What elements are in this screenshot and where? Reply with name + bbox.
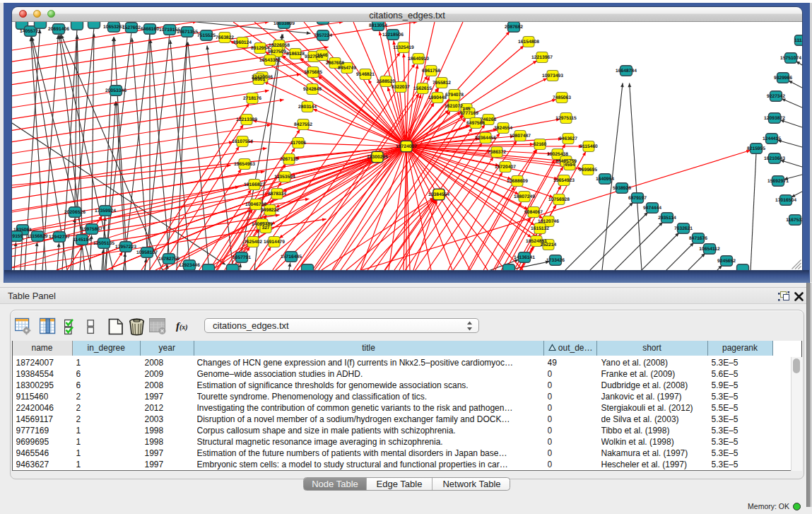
svg-text:11353594: 11353594: [274, 175, 295, 180]
svg-text:9463627: 9463627: [559, 136, 577, 141]
svg-text:18807249: 18807249: [514, 194, 535, 199]
svg-text:15751074: 15751074: [780, 56, 801, 61]
svg-text:16914479: 16914479: [264, 240, 285, 245]
svg-text:19975867: 19975867: [81, 227, 102, 232]
svg-text:12975115: 12975115: [555, 116, 577, 121]
svg-text:1527602: 1527602: [122, 25, 141, 30]
svg-text:6497568: 6497568: [466, 121, 485, 126]
svg-text:2803144: 2803144: [298, 105, 317, 110]
svg-text:9146821: 9146821: [356, 72, 375, 77]
svg-text:10807487: 10807487: [510, 134, 531, 139]
svg-text:1546: 1546: [317, 53, 328, 58]
svg-text:10958107: 10958107: [136, 250, 158, 255]
svg-text:327: 327: [261, 226, 269, 230]
svg-text:2718176: 2718176: [243, 96, 261, 101]
svg-text:8427552: 8427552: [294, 122, 312, 127]
svg-text:20691406: 20691406: [48, 27, 69, 32]
svg-text:18300295: 18300295: [367, 155, 388, 160]
svg-text:9084067: 9084067: [524, 210, 543, 215]
svg-text:8912954: 8912954: [251, 46, 269, 51]
svg-text:7485063: 7485063: [553, 95, 571, 100]
svg-text:12505135: 12505135: [93, 241, 114, 246]
svg-text:39159: 39159: [12, 234, 23, 239]
svg-text:1167533: 1167533: [786, 218, 802, 223]
svg-text:3824554: 3824554: [494, 126, 512, 131]
svg-text:7663822: 7663822: [216, 35, 234, 40]
svg-text:7857224: 7857224: [314, 33, 332, 38]
svg-text:9227342: 9227342: [767, 94, 785, 99]
svg-text:12942737: 12942737: [49, 235, 70, 240]
svg-text:11156829: 11156829: [27, 234, 47, 239]
svg-text:1640954: 1640954: [596, 177, 614, 182]
svg-text:1733426: 1733426: [546, 258, 565, 263]
svg-text:7955812: 7955812: [433, 81, 451, 86]
svg-text:4594: 4594: [565, 163, 575, 168]
svg-text:8215955: 8215955: [747, 146, 765, 151]
svg-text:8186328: 8186328: [286, 52, 305, 57]
svg-text:12923446: 12923446: [179, 263, 200, 268]
svg-text:17016504: 17016504: [775, 198, 796, 203]
svg-text:17957223: 17957223: [115, 245, 136, 250]
svg-text:9474444: 9474444: [643, 206, 661, 211]
svg-text:8878334: 8878334: [268, 192, 286, 197]
svg-text:2867608: 2867608: [326, 61, 344, 66]
svg-text:16154808: 16154808: [518, 40, 539, 45]
svg-text:2588520: 2588520: [377, 79, 395, 84]
svg-text:9115460: 9115460: [579, 144, 598, 149]
svg-text:11125: 11125: [794, 38, 802, 43]
svg-text:1835061: 1835061: [13, 228, 32, 233]
svg-text:1145194: 1145194: [73, 238, 91, 243]
svg-text:16671355: 16671355: [177, 30, 198, 35]
svg-text:16033809: 16033809: [273, 22, 295, 26]
svg-text:16782759: 16782759: [158, 257, 180, 262]
svg-text:2935114: 2935114: [658, 216, 676, 221]
svg-text:10973493: 10973493: [542, 74, 563, 78]
svg-text:7515525: 7515525: [197, 33, 216, 38]
svg-text:9329966: 9329966: [774, 76, 792, 81]
svg-text:16543362: 16543362: [259, 58, 281, 63]
svg-text:14136141: 14136141: [514, 255, 535, 260]
svg-text:20206526: 20206526: [64, 210, 86, 215]
svg-text:20053346: 20053346: [105, 88, 126, 93]
svg-text:15692971: 15692971: [767, 179, 789, 184]
svg-text:2087682: 2087682: [505, 25, 523, 30]
svg-text:19384554: 19384554: [428, 192, 449, 197]
svg-text:8960124: 8960124: [233, 40, 252, 45]
svg-text:18226058: 18226058: [269, 43, 290, 48]
svg-text:6961758: 6961758: [422, 69, 440, 74]
svg-text:16210643: 16210643: [764, 156, 785, 161]
svg-text:12218506: 12218506: [382, 33, 404, 37]
svg-text:16648784: 16648784: [616, 69, 637, 74]
svg-text:62160: 62160: [534, 142, 547, 147]
svg-text:18640910: 18640910: [408, 57, 429, 62]
svg-text:1615132: 1615132: [531, 226, 549, 231]
svg-text:1621072: 1621072: [445, 104, 463, 109]
svg-text:7625402: 7625402: [244, 240, 262, 245]
svg-text:6879197: 6879197: [628, 196, 647, 201]
svg-text:10046736: 10046736: [245, 202, 266, 207]
svg-text:117006: 117006: [290, 141, 306, 146]
svg-text:10120746: 10120746: [538, 219, 559, 224]
svg-text:10756928: 10756928: [548, 197, 570, 202]
svg-text:14055721: 14055721: [20, 29, 41, 34]
svg-text:7386372: 7386372: [488, 150, 506, 155]
svg-text:10653267: 10653267: [103, 25, 124, 30]
svg-text:6794078: 6794078: [445, 93, 464, 98]
svg-text:19654923: 19654923: [553, 178, 575, 183]
svg-text:19654963: 19654963: [234, 162, 255, 167]
svg-text:9777169: 9777169: [460, 111, 478, 116]
svg-text:8454749: 8454749: [338, 66, 356, 71]
svg-text:3267110: 3267110: [280, 157, 298, 162]
svg-text:9827509: 9827509: [268, 49, 286, 54]
svg-text:10654112: 10654112: [699, 247, 720, 252]
svg-text:9245652: 9245652: [717, 259, 736, 264]
svg-text:1562615: 1562615: [413, 86, 432, 91]
svg-text:9699695: 9699695: [579, 168, 597, 173]
svg-text:1244415: 1244415: [763, 136, 781, 141]
svg-text:98901: 98901: [252, 77, 266, 82]
svg-text:12213967: 12213967: [531, 55, 553, 60]
svg-text:12093872: 12093872: [764, 116, 785, 121]
svg-text:9657791: 9657791: [233, 255, 251, 260]
svg-text:1990448: 1990448: [428, 95, 447, 100]
svg-text:10688609: 10688609: [507, 179, 528, 184]
